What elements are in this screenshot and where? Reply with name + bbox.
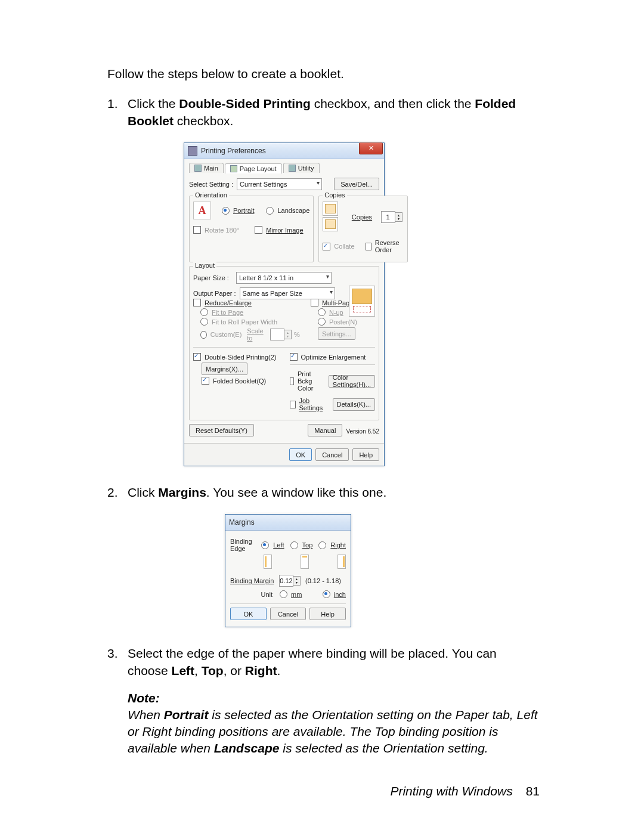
tab-utility-label: Utility: [298, 165, 314, 172]
figure-printing-preferences: Printing Preferences Main Page Layout Ut…: [184, 143, 540, 466]
scale-spinner[interactable]: [270, 329, 284, 340]
fit-roll-radio[interactable]: [200, 318, 208, 326]
tab-layout-label: Page Layout: [240, 165, 277, 172]
multipage-checkbox[interactable]: [311, 299, 318, 306]
binding-margin-label: Binding Margin: [230, 577, 275, 584]
tab-page-layout[interactable]: Page Layout: [225, 163, 282, 174]
orientation-frame-title: Orientation: [193, 191, 229, 199]
collate-checkbox[interactable]: [323, 243, 330, 250]
edge-top-label: Top: [302, 541, 313, 549]
step1-b1: Double-Sided Printing: [179, 97, 311, 110]
step3-b3: Right: [245, 664, 277, 677]
margins-cancel-button[interactable]: Cancel: [270, 608, 306, 620]
page-footer: Printing with Windows81: [390, 784, 540, 798]
step2-post: . You see a window like this one.: [206, 485, 386, 499]
note-body: When Portrait is selected as the Orienta…: [128, 707, 540, 756]
mirror-label: Mirror Image: [266, 227, 303, 234]
details-button[interactable]: Details(K)...: [333, 398, 375, 411]
step-2-num: 2.: [107, 484, 128, 501]
titlebar: Printing Preferences: [184, 143, 384, 159]
rotate-checkbox[interactable]: [193, 226, 201, 234]
copies-spinner[interactable]: 1: [381, 211, 395, 223]
margins-title: Margins: [229, 518, 348, 527]
layout-frame: Layout Paper Size : Letter 8 1/2 x 11 in…: [189, 266, 379, 420]
output-paper-dropdown[interactable]: Same as Paper Size: [240, 287, 335, 299]
nup-radio[interactable]: [318, 308, 326, 316]
note-b1: Portrait: [164, 708, 209, 721]
step-2-body: Click Margins. You see a window like thi…: [128, 484, 540, 501]
ok-button[interactable]: OK: [289, 448, 312, 461]
step-1: 1. Click the Double-Sided Printing check…: [107, 95, 540, 129]
edge-left-radio[interactable]: [261, 541, 269, 549]
copies-icon: [323, 202, 345, 233]
reverse-order-checkbox[interactable]: [366, 243, 371, 250]
unit-inch-label: inch: [334, 591, 346, 598]
copies-frame: Copies Copies 1 Collate Reverse Order: [318, 196, 407, 262]
margins-help-button[interactable]: Help: [309, 608, 346, 620]
unit-mm-radio[interactable]: [280, 590, 287, 598]
margins-titlebar: Margins: [225, 515, 351, 531]
edge-right-label: Right: [330, 541, 346, 549]
portrait-label: Portrait: [233, 207, 254, 214]
paper-size-value: Letter 8 1/2 x 11 in: [239, 274, 293, 281]
custom-radio[interactable]: [200, 331, 207, 339]
color-settings-button[interactable]: Color Settings(H)...: [329, 375, 375, 388]
edge-top-radio[interactable]: [290, 541, 298, 549]
edge-right-icon: [338, 555, 346, 569]
step1-pre: Click the: [128, 97, 179, 110]
note-head: Note:: [128, 690, 540, 707]
footer-page-number: 81: [526, 784, 540, 798]
printing-preferences-window: Printing Preferences Main Page Layout Ut…: [184, 143, 385, 466]
step1-mid: checkbox, and then click the: [311, 97, 475, 110]
reset-defaults-button[interactable]: Reset Defaults(Y): [189, 424, 254, 436]
edge-top-icon: [301, 555, 309, 569]
layout-tab-icon: [230, 165, 237, 172]
landscape-radio[interactable]: [266, 207, 274, 215]
manual-button[interactable]: Manual: [308, 424, 342, 436]
margins-button[interactable]: Margins(X)...: [202, 363, 247, 375]
step2-pre: Click: [128, 485, 158, 499]
output-paper-label: Output Paper :: [193, 290, 236, 297]
step-3-num: 3.: [107, 645, 128, 756]
fit-page-radio[interactable]: [200, 308, 208, 316]
portrait-radio[interactable]: [222, 207, 230, 215]
double-sided-checkbox[interactable]: [193, 353, 201, 361]
collate-label: Collate: [334, 243, 354, 250]
save-del-button[interactable]: Save/Del...: [334, 178, 379, 190]
binding-margin-spinner[interactable]: 0.12: [279, 575, 293, 587]
fit-roll-label: Fit to Roll Paper Width: [212, 318, 277, 326]
folded-booklet-checkbox[interactable]: [202, 377, 209, 385]
step3-c1: ,: [194, 664, 202, 677]
select-setting-dropdown[interactable]: Current Settings: [237, 178, 322, 190]
optimize-enlargement-checkbox[interactable]: [290, 353, 298, 361]
folded-booklet-label: Folded Booklet(Q): [213, 377, 266, 385]
binding-edge-icons: [264, 555, 346, 569]
reduce-enlarge-label: Reduce/Enlarge: [205, 299, 252, 306]
cancel-button[interactable]: Cancel: [315, 448, 349, 461]
help-button[interactable]: Help: [352, 448, 379, 461]
edge-left-icon: [264, 555, 272, 569]
mirror-checkbox[interactable]: [255, 226, 262, 234]
poster-radio[interactable]: [318, 318, 326, 326]
margins-ok-button[interactable]: OK: [230, 608, 267, 620]
select-setting-label: Select Setting :: [189, 181, 233, 188]
close-icon[interactable]: [359, 143, 383, 154]
print-bkg-checkbox[interactable]: [290, 377, 295, 385]
unit-inch-radio[interactable]: [323, 590, 330, 598]
paper-size-dropdown[interactable]: Letter 8 1/2 x 11 in: [236, 272, 332, 284]
dialog-footer: OK Cancel Help: [184, 443, 384, 466]
orientation-preview-icon: A: [193, 202, 211, 219]
reduce-enlarge-checkbox[interactable]: [193, 299, 201, 306]
copies-label: Copies: [352, 213, 372, 221]
binding-margin-range: (0.12 - 1.18): [305, 577, 341, 584]
step-1-num: 1.: [107, 95, 128, 129]
edge-right-radio[interactable]: [318, 541, 326, 549]
tab-utility[interactable]: Utility: [283, 163, 320, 173]
optimize-enlargement-label: Optimize Enlargement: [301, 354, 366, 361]
tab-main[interactable]: Main: [189, 163, 224, 173]
settings-button[interactable]: Settings...: [318, 327, 355, 340]
main-tab-icon: [194, 165, 202, 172]
step3-b1: Left: [172, 664, 195, 677]
job-settings-checkbox[interactable]: [290, 401, 296, 408]
window-title: Printing Preferences: [201, 147, 359, 155]
